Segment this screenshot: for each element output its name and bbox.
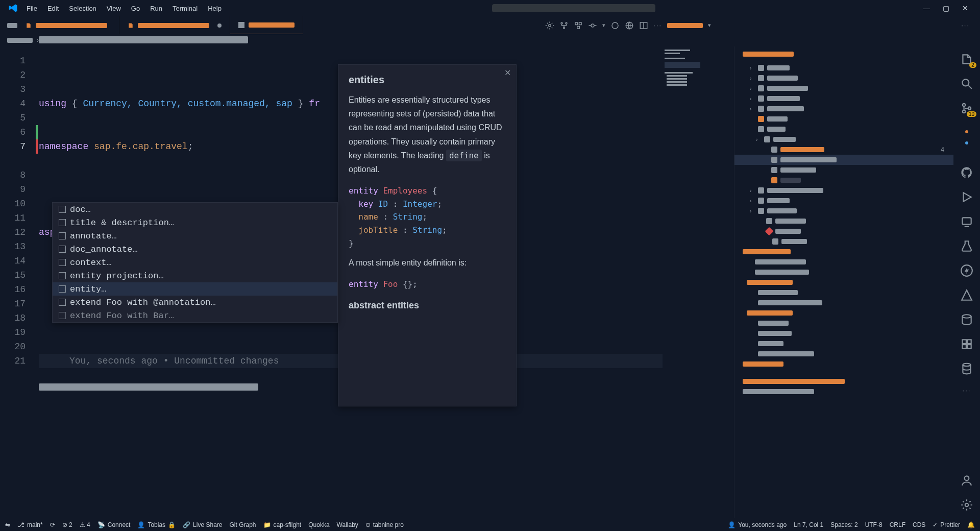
dropdown-icon[interactable]: ▾ [708, 22, 711, 29]
dropdown-icon[interactable]: ▾ [602, 22, 605, 29]
menu-run[interactable]: Run [146, 3, 166, 14]
outline-item[interactable] [734, 328, 953, 339]
status-spaces[interactable]: Spaces: 2 [830, 521, 857, 528]
minimize-button[interactable]: — [922, 4, 931, 12]
gear-icon[interactable] [545, 21, 554, 30]
code-editor[interactable]: 1 2 3 4 5 6 7 8 9 10 11 12 13 14 15 16 1… [0, 46, 734, 518]
split-icon[interactable] [639, 21, 648, 30]
menu-terminal[interactable]: Terminal [168, 3, 202, 14]
outline-item[interactable] [734, 287, 953, 298]
suggest-item[interactable]: extend Foo with @annotation… [53, 296, 337, 309]
suggest-item[interactable]: annotate… [53, 229, 337, 243]
status-prettier[interactable]: ✓ Prettier [933, 521, 960, 528]
menu-view[interactable]: View [103, 3, 125, 14]
outline-item[interactable]: › [734, 134, 953, 144]
outline-item[interactable] [734, 175, 953, 185]
status-encoding[interactable]: UTF-8 [865, 521, 883, 528]
menu-go[interactable]: Go [127, 3, 144, 14]
outline-item[interactable] [734, 359, 953, 369]
menu-selection[interactable]: Selection [65, 3, 100, 14]
outline-item[interactable]: › [734, 83, 953, 93]
breadcrumb-segment[interactable] [7, 38, 33, 43]
menu-file[interactable]: File [22, 3, 41, 14]
outline-item-selected[interactable] [734, 155, 953, 165]
outline-item[interactable] [734, 298, 953, 308]
outline-item[interactable] [734, 267, 953, 277]
tab-sidebar-toggle[interactable] [7, 23, 17, 28]
outline-item[interactable] [734, 277, 953, 287]
outline-item[interactable]: › [734, 104, 953, 114]
database-icon[interactable] [960, 313, 973, 326]
suggest-item-active[interactable]: entity… [53, 282, 337, 296]
outline-item[interactable]: › [734, 73, 953, 83]
minimap[interactable] [663, 46, 734, 518]
svg-point-2 [566, 22, 567, 24]
outline-item[interactable] [734, 349, 953, 359]
settings-gear-icon[interactable] [960, 498, 973, 512]
outline-item[interactable] [734, 247, 953, 257]
editor-tab-2[interactable] [119, 16, 230, 34]
search-icon[interactable] [960, 77, 973, 90]
status-remote[interactable]: ⇋ [5, 521, 10, 528]
suggest-item[interactable]: entity projection… [53, 269, 337, 282]
outline-item[interactable] [734, 376, 953, 387]
outline-item[interactable]: › [734, 196, 953, 206]
globe-icon[interactable] [625, 21, 634, 30]
editor-tab-3-active[interactable] [230, 16, 303, 34]
bolt-icon[interactable] [960, 264, 973, 277]
references-icon[interactable] [960, 337, 973, 351]
testing-icon[interactable] [960, 239, 973, 253]
status-notifications-icon[interactable]: 🔔 [967, 521, 975, 528]
close-icon[interactable]: ✕ [504, 68, 511, 78]
tree-icon[interactable] [574, 21, 583, 30]
suggest-item[interactable]: title & description… [53, 216, 337, 229]
github-icon[interactable] [960, 166, 973, 179]
more-actions-icon[interactable]: ··· [961, 21, 970, 29]
account-icon[interactable] [960, 474, 973, 487]
snippet-icon [59, 259, 66, 266]
outline-item[interactable]: 4 [734, 144, 953, 155]
azure-icon[interactable] [960, 288, 973, 302]
outline-item[interactable] [734, 124, 953, 134]
outline-item[interactable]: › [734, 206, 953, 216]
branch-icon[interactable] [559, 21, 569, 30]
maximize-button[interactable]: ▢ [941, 4, 950, 12]
status-position[interactable]: Ln 7, Col 1 [794, 521, 823, 528]
run-debug-icon[interactable] [960, 190, 973, 204]
suggest-item[interactable]: doc… [53, 203, 337, 216]
outline-item[interactable]: › [734, 93, 953, 104]
outline-item[interactable] [734, 236, 953, 247]
more-icon[interactable]: ··· [653, 21, 662, 29]
outline-item[interactable] [734, 339, 953, 349]
remote-icon[interactable] [960, 215, 973, 228]
suggest-item[interactable]: doc_annotate… [53, 243, 337, 256]
outline-item[interactable]: › [734, 185, 953, 196]
editor-tab-1[interactable] [17, 16, 119, 34]
source-control-icon[interactable]: 10 [960, 102, 973, 115]
command-center[interactable] [492, 4, 655, 12]
suggest-item[interactable]: context… [53, 256, 337, 269]
outline-item[interactable] [734, 318, 953, 328]
menu-edit[interactable]: Edit [43, 3, 63, 14]
editor-action-label[interactable] [667, 23, 703, 28]
outline-item[interactable] [734, 308, 953, 318]
outline-item[interactable] [734, 165, 953, 175]
explorer-icon[interactable]: 2 [960, 53, 973, 66]
outline-item[interactable]: › [734, 63, 953, 73]
close-window-button[interactable]: ✕ [961, 4, 970, 12]
commit-icon[interactable] [588, 21, 597, 30]
sql-icon[interactable] [960, 362, 973, 375]
circle-icon[interactable] [610, 21, 620, 30]
outline-item[interactable] [734, 114, 953, 124]
status-language[interactable]: CDS [913, 521, 925, 528]
status-blame[interactable]: 👤 You, seconds ago [728, 521, 787, 528]
outline-header[interactable] [743, 52, 794, 57]
outline-item[interactable] [734, 226, 953, 236]
more-views-icon[interactable]: ··· [963, 387, 971, 394]
status-eol[interactable]: CRLF [890, 521, 905, 528]
outline-item[interactable] [734, 387, 953, 397]
suggest-item[interactable]: extend Foo with Bar… [53, 309, 337, 322]
outline-item[interactable] [734, 257, 953, 267]
menu-help[interactable]: Help [204, 3, 226, 14]
outline-item[interactable] [734, 216, 953, 226]
